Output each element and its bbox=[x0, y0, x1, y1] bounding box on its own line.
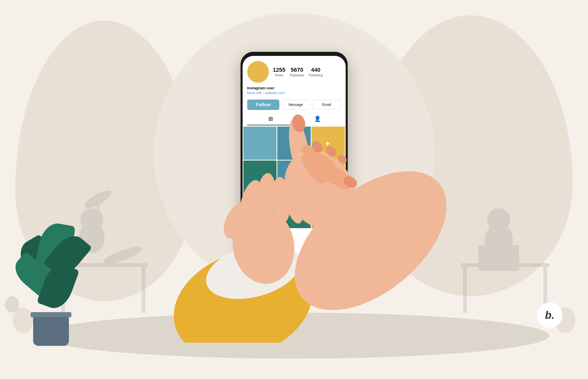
portrait-tab-icon[interactable]: 👤 bbox=[294, 113, 341, 125]
grid-item-8 bbox=[277, 195, 311, 228]
stat-following: 440 Following bbox=[309, 67, 323, 77]
action-buttons-row: Follow Message Email bbox=[243, 97, 346, 113]
email-button[interactable]: Email bbox=[312, 100, 341, 109]
profile-tab-bar: ⊞ 👤 bbox=[243, 113, 346, 126]
grid-item-4 bbox=[243, 161, 277, 194]
grid-tab-icon[interactable]: ⊞ bbox=[247, 113, 294, 125]
play-icon-2: ▶ bbox=[292, 174, 296, 180]
phone-device: 1255 Posts 5670 Followers 440 Following … bbox=[241, 52, 348, 261]
profile-stats: 1255 Posts 5670 Followers 440 Following bbox=[273, 67, 323, 77]
stat-followers: 5670 Followers bbox=[290, 67, 304, 77]
profile-info: Instagram user More info : website.com bbox=[243, 86, 346, 97]
follow-button[interactable]: Follow bbox=[247, 100, 280, 110]
grid-item-6 bbox=[311, 161, 345, 194]
instagram-profile-header: 1255 Posts 5670 Followers 440 Following bbox=[243, 56, 346, 86]
brand-logo: b. bbox=[537, 302, 562, 328]
grid-item-2 bbox=[277, 127, 311, 160]
grid-item-9 bbox=[311, 195, 345, 228]
profile-avatar bbox=[247, 61, 269, 83]
home-nav-icon[interactable]: 🏠 bbox=[267, 243, 275, 250]
plant-decoration bbox=[33, 315, 69, 346]
profile-nav-icon[interactable]: 👤 bbox=[314, 243, 321, 250]
stat-posts: 1255 Posts bbox=[273, 67, 285, 77]
grid-item-1 bbox=[243, 127, 277, 160]
play-icon: ▶ bbox=[326, 140, 330, 146]
svg-rect-13 bbox=[478, 245, 519, 271]
grid-item-3: ▶ bbox=[311, 127, 345, 160]
decorative-blob-2 bbox=[5, 296, 19, 313]
message-button[interactable]: Message bbox=[281, 100, 310, 109]
grid-item-7 bbox=[243, 195, 277, 228]
grid-item-5: ▶ bbox=[277, 161, 311, 194]
photo-grid: ▶ ▶ bbox=[243, 127, 346, 228]
phone-bottom-nav: 🏠 👤 bbox=[243, 237, 346, 257]
phone-screen: 1255 Posts 5670 Followers 440 Following … bbox=[243, 56, 346, 257]
